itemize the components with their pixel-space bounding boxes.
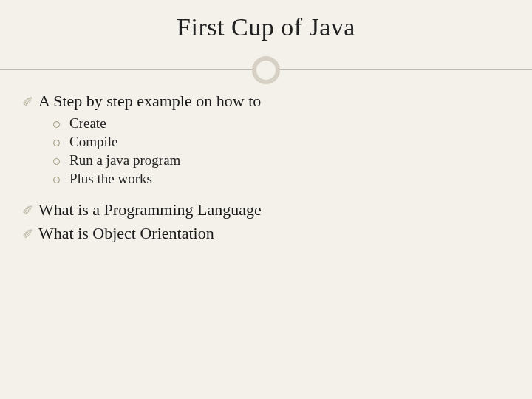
bullet-text: What is a Programming Language [38,200,262,219]
sub-bullet-text: Run a java program [69,152,180,168]
sub-bullet-text: Plus the works [69,171,152,187]
bullet-level2: Plus the works [53,171,510,187]
swirl-icon: ✐ [22,202,38,219]
title-divider [0,53,532,87]
bullet-text: What is Object Orientation [38,224,214,243]
swirl-icon: ✐ [22,94,38,110]
bullet-level2: Compile [53,134,510,150]
sub-bullet-text: Compile [69,134,117,150]
bullet-level2: Create [53,115,510,132]
circle-icon [53,158,69,165]
divider-ring-icon [252,56,280,84]
sub-bullet-text: Create [69,115,106,132]
slide: First Cup of Java ✐ A Step by step examp… [0,0,532,399]
sub-list: Create Compile Run a java program Plus t… [53,115,510,187]
bullet-level1: ✐ What is a Programming Language [22,200,510,219]
circle-icon [53,140,69,146]
title-area: First Cup of Java [0,0,532,49]
swirl-icon: ✐ [22,226,38,242]
slide-title: First Cup of Java [0,13,532,41]
bullet-level1: ✐ What is Object Orientation [22,224,510,243]
circle-icon [53,121,69,128]
content-area: ✐ A Step by step example on how to Creat… [0,87,532,243]
bullet-level1: ✐ A Step by step example on how to [22,92,510,111]
bullet-level2: Run a java program [53,152,510,168]
circle-icon [53,177,69,183]
bullet-text: A Step by step example on how to [38,92,261,111]
